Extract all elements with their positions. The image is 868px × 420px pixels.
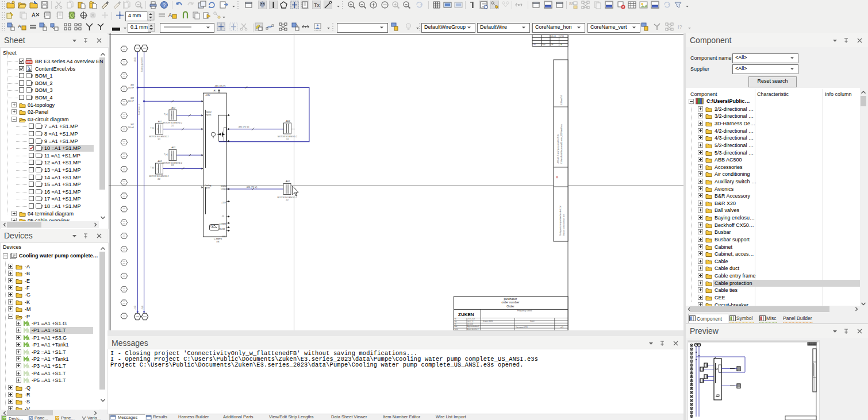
svg-text:Cooling pump M1: Cooling pump M1: [141, 57, 143, 72]
svg-text:Output: Output: [221, 188, 227, 190]
svg-text:Tx: Tx: [314, 2, 320, 8]
svg-text:L1 (5): L1 (5): [134, 306, 136, 310]
svg-text:2/2: 2/2: [286, 199, 289, 201]
svg-text:E Sheet 7-8: E Sheet 7-8: [560, 95, 563, 105]
svg-text:-A02: -A02: [286, 120, 290, 122]
svg-text:Frequency control: Frequency control: [517, 310, 532, 312]
svg-text:-W2: -W2: [130, 84, 134, 86]
svg-text:2/2: 2/2: [158, 138, 160, 141]
svg-text:-A1: -A1: [213, 89, 217, 92]
svg-text:MOTOR SOLENOID 2: MOTOR SOLENOID 2: [163, 122, 182, 124]
svg-text:05.11.03: 05.11.03: [467, 323, 473, 325]
svg-text:-A02: -A02: [171, 147, 175, 149]
svg-text:MOTOR SOLENOID 2: MOTOR SOLENOID 2: [278, 136, 297, 138]
svg-text:Cooling water pump continued o: Cooling water pump continued on sheet 11…: [559, 206, 562, 236]
svg-text:A: A: [168, 12, 172, 18]
svg-text:MOTOR SOLENOID 2: MOTOR SOLENOID 2: [149, 175, 169, 178]
svg-text:order number: order number: [501, 300, 519, 304]
svg-text:ZUKEN: ZUKEN: [458, 312, 474, 317]
svg-text:MOTOR SOLENOID 2: MOTOR SOLENOID 2: [149, 136, 169, 138]
svg-text:7/8: 7/8: [216, 241, 219, 243]
svg-text:200 mF: 200 mF: [128, 100, 134, 102]
svg-text:⚙: ⚙: [555, 176, 559, 179]
svg-text:Digital: Digital: [205, 111, 212, 113]
svg-text:A: A: [18, 24, 21, 29]
svg-text:-15: -15: [221, 215, 224, 218]
svg-text:-A02: -A02: [285, 180, 290, 183]
svg-text:-W10 4x0.75 mm2 pump complete: -W10 4x0.75 mm2 pump complete US_A: [557, 134, 559, 164]
svg-text:23.05.2023: 23.05.2023: [467, 318, 475, 320]
svg-text:T (s): T (s): [164, 113, 168, 115]
svg-text:200 mF: 200 mF: [128, 126, 134, 129]
svg-text:2/2: 2/2: [286, 138, 289, 141]
svg-text:Digital: Digital: [221, 185, 226, 187]
svg-text:09.01.23: 09.01.23: [467, 321, 474, 323]
svg-text:blue wire section continues ne: blue wire section continues next: [563, 214, 565, 236]
svg-text:C:\Users\Public\Documents\E3.s: C:\Users\Public\Documents\E3.series_2023…: [560, 124, 563, 164]
svg-text:-A02: -A02: [158, 121, 162, 123]
svg-text:GND: GND: [222, 236, 226, 238]
svg-text:2/2: 2/2: [171, 125, 174, 127]
svg-text:-W5 (75 V): -W5 (75 V): [238, 125, 249, 128]
svg-text:Document 0711: Document 0711: [516, 326, 528, 329]
svg-text:purchaser: purchaser: [504, 297, 517, 300]
svg-text:+24V: +24V: [205, 94, 210, 97]
svg-text:PDF: PDF: [26, 60, 32, 64]
svg-text:-15LSM: -15LSM: [218, 228, 225, 230]
svg-text:-W6 (75 V): -W6 (75 V): [246, 186, 258, 188]
svg-text:-W1 (75 V): -W1 (75 V): [214, 84, 226, 87]
svg-text:2/2: 2/2: [158, 178, 160, 180]
svg-text:MOTOR SOLENOID 2: MOTOR SOLENOID 2: [163, 162, 182, 164]
svg-text:-A02: -A02: [158, 160, 162, 163]
svg-text:+15V: +15V: [221, 202, 226, 204]
svg-text:200 mF: 200 mF: [128, 87, 134, 89]
svg-text:-W2: -W2: [130, 124, 134, 126]
svg-text:-W2: -W2: [130, 97, 134, 99]
svg-text:chk.: chk.: [455, 321, 458, 323]
svg-text:+15VMM: +15VMM: [218, 223, 226, 225]
svg-text:41-4-1: 41-4-1: [551, 35, 556, 37]
svg-text:ed.: ed.: [455, 318, 457, 320]
svg-text:1A...: 1A...: [560, 44, 563, 46]
svg-text:MOTOR SOLENOID 2: MOTOR SOLENOID 2: [278, 196, 297, 199]
svg-text:rel.: rel.: [455, 323, 457, 325]
svg-text:T (s): T (s): [151, 167, 155, 169]
svg-text:Inputs: Inputs: [205, 187, 210, 189]
svg-text:3B...: 3B...: [551, 44, 555, 46]
svg-text:P1: P1: [210, 225, 213, 228]
svg-text:of 9: of 9: [560, 326, 563, 329]
svg-text:T (s): T (s): [151, 127, 155, 129]
svg-text:Taps...: Taps...: [542, 44, 547, 46]
svg-text:Approved editor 1: Approved editor 1: [467, 325, 479, 327]
svg-text:T (s): T (s): [164, 153, 168, 156]
svg-text:L2 (6): L2 (6): [141, 306, 144, 310]
svg-text:Inputs: Inputs: [205, 114, 211, 116]
svg-text:CoolName_h: CoolName_h: [138, 104, 140, 115]
svg-text:L1 (5): L1 (5): [134, 57, 136, 62]
svg-text:-A02: -A02: [171, 107, 175, 109]
svg-text:I?: I?: [678, 24, 682, 30]
svg-text:date: date: [455, 325, 458, 327]
svg-text:Cooling: Cooling: [205, 184, 212, 187]
svg-text:-W5...: -W5...: [533, 44, 537, 46]
svg-text:88: 88: [569, 2, 574, 6]
svg-text:Drawer 2015: Drawer 2015: [483, 320, 493, 322]
svg-text:17-61: 17-61: [560, 35, 564, 37]
svg-text:L-SMPS: L-SMPS: [214, 238, 222, 240]
svg-text:A: A: [32, 12, 36, 18]
svg-text:?: ?: [163, 2, 166, 8]
svg-text:Cover: Cover: [530, 320, 535, 322]
svg-text:Order: Order: [506, 305, 514, 308]
svg-text:2/2: 2/2: [171, 164, 174, 167]
